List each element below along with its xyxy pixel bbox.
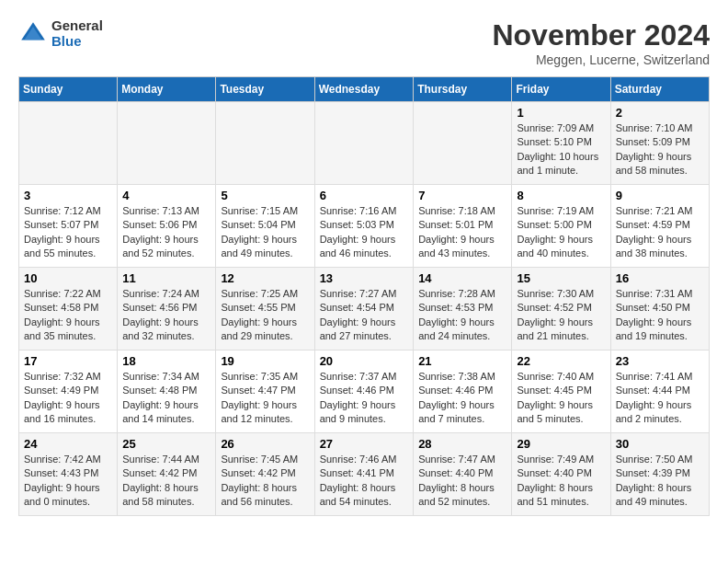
day-number: 6 xyxy=(320,189,409,202)
day-info: Sunrise: 7:22 AMSunset: 4:58 PMDaylight:… xyxy=(24,287,112,344)
day-info: Sunrise: 7:35 AMSunset: 4:47 PMDaylight:… xyxy=(221,370,309,427)
day-cell: 6Sunrise: 7:16 AMSunset: 5:03 PMDaylight… xyxy=(314,185,414,268)
day-number: 27 xyxy=(320,437,409,451)
day-number: 3 xyxy=(24,189,112,202)
day-info: Sunrise: 7:13 AMSunset: 5:06 PMDaylight:… xyxy=(122,204,210,261)
day-info: Sunrise: 7:44 AMSunset: 4:42 PMDaylight:… xyxy=(122,453,210,510)
week-row-5: 24Sunrise: 7:42 AMSunset: 4:43 PMDayligh… xyxy=(19,433,710,516)
day-cell: 20Sunrise: 7:37 AMSunset: 4:46 PMDayligh… xyxy=(314,350,414,433)
week-row-4: 17Sunrise: 7:32 AMSunset: 4:49 PMDayligh… xyxy=(19,350,710,433)
day-number: 25 xyxy=(122,437,210,451)
page-header: General Blue November 2024 Meggen, Lucer… xyxy=(18,18,710,67)
header-cell-saturday: Saturday xyxy=(610,77,709,102)
day-cell: 29Sunrise: 7:49 AMSunset: 4:40 PMDayligh… xyxy=(512,433,610,516)
day-cell: 1Sunrise: 7:09 AMSunset: 5:10 PMDaylight… xyxy=(512,102,610,185)
logo-general-text: General xyxy=(51,18,103,34)
logo: General Blue xyxy=(18,18,103,49)
day-number: 11 xyxy=(122,271,210,285)
day-cell: 3Sunrise: 7:12 AMSunset: 5:07 PMDaylight… xyxy=(19,185,118,268)
day-cell: 10Sunrise: 7:22 AMSunset: 4:58 PMDayligh… xyxy=(19,268,118,350)
day-number: 13 xyxy=(320,271,409,285)
day-number: 29 xyxy=(517,437,605,451)
day-cell: 22Sunrise: 7:40 AMSunset: 4:45 PMDayligh… xyxy=(512,350,610,433)
day-info: Sunrise: 7:50 AMSunset: 4:39 PMDaylight:… xyxy=(616,453,704,510)
day-info: Sunrise: 7:40 AMSunset: 4:45 PMDaylight:… xyxy=(517,370,605,427)
header-cell-monday: Monday xyxy=(118,77,216,102)
day-cell: 19Sunrise: 7:35 AMSunset: 4:47 PMDayligh… xyxy=(216,350,314,433)
header-cell-tuesday: Tuesday xyxy=(216,77,314,102)
day-cell: 26Sunrise: 7:45 AMSunset: 4:42 PMDayligh… xyxy=(216,433,314,516)
day-number: 2 xyxy=(616,106,704,120)
day-cell xyxy=(216,102,314,185)
day-number: 15 xyxy=(517,271,605,285)
day-info: Sunrise: 7:18 AMSunset: 5:01 PMDaylight:… xyxy=(418,204,506,261)
header-cell-friday: Friday xyxy=(512,77,610,102)
logo-text: General Blue xyxy=(51,18,103,49)
day-info: Sunrise: 7:27 AMSunset: 4:54 PMDaylight:… xyxy=(320,287,409,344)
day-info: Sunrise: 7:38 AMSunset: 4:46 PMDaylight:… xyxy=(418,370,506,427)
calendar-table: SundayMondayTuesdayWednesdayThursdayFrid… xyxy=(18,76,710,516)
day-number: 16 xyxy=(616,271,704,285)
logo-blue-text: Blue xyxy=(51,34,103,50)
day-number: 26 xyxy=(221,437,309,451)
day-info: Sunrise: 7:15 AMSunset: 5:04 PMDaylight:… xyxy=(221,204,309,261)
day-number: 14 xyxy=(418,271,506,285)
day-number: 20 xyxy=(320,354,409,368)
day-number: 10 xyxy=(24,271,112,285)
day-number: 22 xyxy=(517,354,605,368)
week-row-2: 3Sunrise: 7:12 AMSunset: 5:07 PMDaylight… xyxy=(19,185,710,268)
day-number: 19 xyxy=(221,354,309,368)
day-number: 1 xyxy=(517,106,605,120)
week-row-3: 10Sunrise: 7:22 AMSunset: 4:58 PMDayligh… xyxy=(19,268,710,350)
day-info: Sunrise: 7:47 AMSunset: 4:40 PMDaylight:… xyxy=(418,453,506,510)
day-number: 12 xyxy=(221,271,309,285)
day-info: Sunrise: 7:49 AMSunset: 4:40 PMDaylight:… xyxy=(517,453,605,510)
month-title: November 2024 xyxy=(492,18,710,52)
day-cell: 4Sunrise: 7:13 AMSunset: 5:06 PMDaylight… xyxy=(118,185,216,268)
logo-icon xyxy=(18,19,48,49)
day-info: Sunrise: 7:09 AMSunset: 5:10 PMDaylight:… xyxy=(517,121,605,178)
day-number: 7 xyxy=(418,189,506,202)
day-info: Sunrise: 7:10 AMSunset: 5:09 PMDaylight:… xyxy=(616,121,704,178)
header-row: SundayMondayTuesdayWednesdayThursdayFrid… xyxy=(19,77,710,102)
day-cell: 21Sunrise: 7:38 AMSunset: 4:46 PMDayligh… xyxy=(414,350,512,433)
day-info: Sunrise: 7:45 AMSunset: 4:42 PMDaylight:… xyxy=(221,453,309,510)
day-cell xyxy=(314,102,414,185)
day-cell: 11Sunrise: 7:24 AMSunset: 4:56 PMDayligh… xyxy=(118,268,216,350)
day-info: Sunrise: 7:42 AMSunset: 4:43 PMDaylight:… xyxy=(24,453,112,510)
day-info: Sunrise: 7:30 AMSunset: 4:52 PMDaylight:… xyxy=(517,287,605,344)
day-number: 28 xyxy=(418,437,506,451)
day-info: Sunrise: 7:34 AMSunset: 4:48 PMDaylight:… xyxy=(122,370,210,427)
day-cell: 2Sunrise: 7:10 AMSunset: 5:09 PMDaylight… xyxy=(610,102,709,185)
day-number: 24 xyxy=(24,437,112,451)
header-cell-thursday: Thursday xyxy=(414,77,512,102)
day-number: 23 xyxy=(616,354,704,368)
day-cell: 7Sunrise: 7:18 AMSunset: 5:01 PMDaylight… xyxy=(414,185,512,268)
day-info: Sunrise: 7:16 AMSunset: 5:03 PMDaylight:… xyxy=(320,204,409,261)
day-cell: 8Sunrise: 7:19 AMSunset: 5:00 PMDaylight… xyxy=(512,185,610,268)
day-number: 8 xyxy=(517,189,605,202)
calendar-body: 1Sunrise: 7:09 AMSunset: 5:10 PMDaylight… xyxy=(19,102,710,516)
day-info: Sunrise: 7:31 AMSunset: 4:50 PMDaylight:… xyxy=(616,287,704,344)
day-cell: 24Sunrise: 7:42 AMSunset: 4:43 PMDayligh… xyxy=(19,433,118,516)
day-cell xyxy=(414,102,512,185)
day-cell xyxy=(118,102,216,185)
day-info: Sunrise: 7:46 AMSunset: 4:41 PMDaylight:… xyxy=(320,453,409,510)
calendar-header: SundayMondayTuesdayWednesdayThursdayFrid… xyxy=(19,77,710,102)
day-number: 17 xyxy=(24,354,112,368)
day-number: 30 xyxy=(616,437,704,451)
day-cell: 18Sunrise: 7:34 AMSunset: 4:48 PMDayligh… xyxy=(118,350,216,433)
day-cell: 17Sunrise: 7:32 AMSunset: 4:49 PMDayligh… xyxy=(19,350,118,433)
day-info: Sunrise: 7:24 AMSunset: 4:56 PMDaylight:… xyxy=(122,287,210,344)
day-number: 18 xyxy=(122,354,210,368)
day-number: 5 xyxy=(221,189,309,202)
header-cell-sunday: Sunday xyxy=(19,77,118,102)
day-cell: 23Sunrise: 7:41 AMSunset: 4:44 PMDayligh… xyxy=(610,350,709,433)
day-cell: 14Sunrise: 7:28 AMSunset: 4:53 PMDayligh… xyxy=(414,268,512,350)
day-number: 4 xyxy=(122,189,210,202)
day-info: Sunrise: 7:32 AMSunset: 4:49 PMDaylight:… xyxy=(24,370,112,427)
day-cell: 27Sunrise: 7:46 AMSunset: 4:41 PMDayligh… xyxy=(314,433,414,516)
day-info: Sunrise: 7:12 AMSunset: 5:07 PMDaylight:… xyxy=(24,204,112,261)
day-cell: 25Sunrise: 7:44 AMSunset: 4:42 PMDayligh… xyxy=(118,433,216,516)
location-text: Meggen, Lucerne, Switzerland xyxy=(492,52,710,67)
